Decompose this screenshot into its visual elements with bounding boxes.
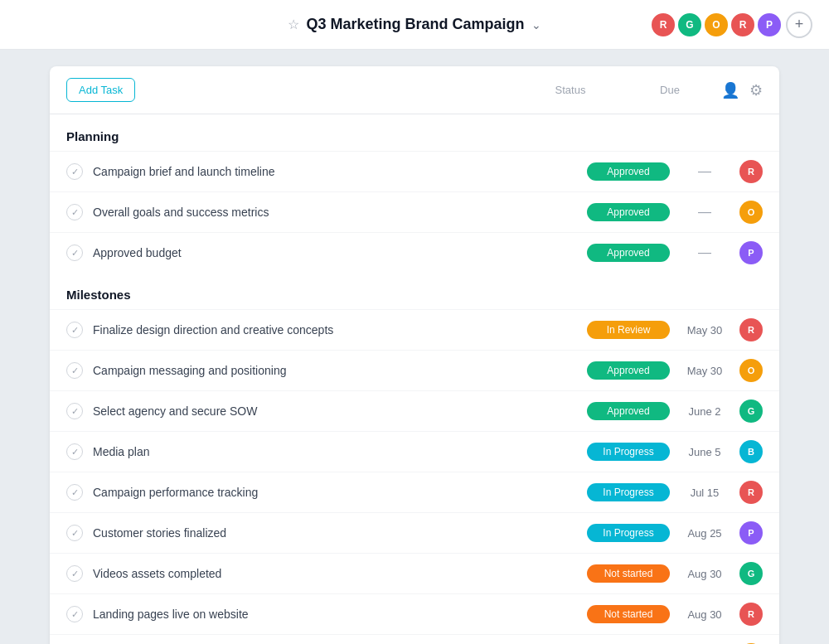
- section-header-planning: Planning: [50, 114, 779, 151]
- avatar: O: [739, 359, 763, 382]
- avatar: G: [739, 562, 763, 585]
- due-date: June 2: [680, 405, 730, 418]
- status-badge[interactable]: In Review: [587, 321, 670, 339]
- task-check-icon[interactable]: ✓: [66, 565, 83, 582]
- task-check-icon[interactable]: ✓: [66, 403, 83, 419]
- table-row[interactable]: ✓Overall goals and success metricsApprov…: [50, 191, 779, 232]
- avatar: P: [756, 12, 783, 38]
- table-row[interactable]: ✓Approved budgetApproved—P: [50, 232, 779, 273]
- due-date: June 5: [680, 446, 730, 458]
- task-name: Select agency and secure SOW: [93, 404, 577, 418]
- add-task-button[interactable]: Add Task: [66, 78, 135, 102]
- task-name: Landing pages live on website: [93, 608, 577, 621]
- section-title-planning: Planning: [66, 129, 119, 143]
- avatar: R: [730, 12, 756, 38]
- add-member-button[interactable]: +: [786, 12, 812, 38]
- toolbar-icons: 👤 ⚙: [721, 81, 763, 99]
- status-badge[interactable]: Not started: [587, 605, 670, 623]
- page-title: Q3 Marketing Brand Campaign: [306, 16, 524, 33]
- avatars-area: RGORP+: [653, 12, 812, 38]
- due-date: May 30: [680, 365, 730, 377]
- top-header: ☆ Q3 Marketing Brand Campaign ⌄ RGORP+: [0, 0, 829, 50]
- table-row[interactable]: ✓Landing pages live on websiteNot starte…: [50, 593, 779, 634]
- task-name: Customer stories finalized: [93, 526, 577, 540]
- task-name: Campaign brief and launch timeline: [93, 165, 577, 178]
- due-date: —: [680, 245, 730, 260]
- chevron-down-icon[interactable]: ⌄: [531, 18, 541, 31]
- title-area: ☆ Q3 Marketing Brand Campaign ⌄: [288, 16, 541, 33]
- settings-icon[interactable]: ⚙: [749, 81, 763, 99]
- avatar: R: [739, 318, 763, 341]
- table-row[interactable]: ✓Campaign brief and launch timelineAppro…: [50, 151, 779, 191]
- task-name: Videos assets completed: [93, 567, 577, 580]
- toolbar: Add Task Status Due 👤 ⚙: [50, 66, 779, 114]
- status-badge[interactable]: Approved: [587, 244, 670, 262]
- task-name: Campaign messaging and positioning: [93, 364, 577, 377]
- due-date: Aug 25: [680, 527, 730, 540]
- task-name: Approved budget: [93, 246, 577, 259]
- due-date: Jul 15: [680, 487, 730, 499]
- task-check-icon[interactable]: ✓: [66, 443, 83, 460]
- status-badge[interactable]: In Progress: [587, 524, 670, 542]
- due-date: May 30: [680, 324, 730, 337]
- task-check-icon[interactable]: ✓: [66, 322, 83, 338]
- table-row[interactable]: ✓Campaign messaging and positioningAppro…: [50, 350, 779, 390]
- column-headers: Status Due: [529, 84, 695, 96]
- avatar: R: [739, 160, 763, 183]
- avatar: O: [739, 201, 763, 224]
- avatar: B: [739, 440, 763, 463]
- table-row[interactable]: ✓Campaign performance trackingIn Progres…: [50, 472, 779, 512]
- task-check-icon[interactable]: ✓: [66, 606, 83, 622]
- due-date: —: [680, 164, 730, 179]
- table-row[interactable]: ✓Customer stories finalizedIn ProgressAu…: [50, 512, 779, 553]
- section-header-milestones: Milestones: [50, 273, 779, 309]
- task-check-icon[interactable]: ✓: [66, 484, 83, 501]
- task-name: Overall goals and success metrics: [93, 206, 577, 219]
- table-row[interactable]: ✓Campaign launch!Not startedSep 8O: [50, 634, 779, 644]
- table-row[interactable]: ✓Finalize design direction and creative …: [50, 309, 779, 350]
- task-check-icon[interactable]: ✓: [66, 204, 83, 220]
- task-check-icon[interactable]: ✓: [66, 163, 83, 180]
- avatar: G: [739, 399, 763, 423]
- avatar: O: [703, 12, 730, 38]
- status-badge[interactable]: Approved: [587, 402, 670, 420]
- task-name: Media plan: [93, 445, 577, 458]
- table-row[interactable]: ✓Media planIn ProgressJune 5B: [50, 431, 779, 472]
- status-badge[interactable]: Approved: [587, 203, 670, 221]
- due-date: Aug 30: [680, 568, 730, 580]
- table-row[interactable]: ✓Videos assets completedNot startedAug 3…: [50, 553, 779, 593]
- task-name: Campaign performance tracking: [93, 486, 577, 499]
- avatar: R: [739, 481, 763, 504]
- avatar: G: [676, 12, 703, 38]
- due-date: Aug 30: [680, 608, 730, 621]
- task-card: Add Task Status Due 👤 ⚙ Planning✓Campaig…: [50, 66, 779, 644]
- status-badge[interactable]: Approved: [587, 361, 670, 380]
- avatar: R: [650, 12, 676, 38]
- status-badge[interactable]: In Progress: [587, 483, 670, 501]
- table-row[interactable]: ✓Select agency and secure SOWApprovedJun…: [50, 390, 779, 431]
- section-title-milestones: Milestones: [66, 288, 131, 302]
- main-content: Add Task Status Due 👤 ⚙ Planning✓Campaig…: [0, 50, 829, 644]
- task-check-icon[interactable]: ✓: [66, 245, 83, 261]
- sections-container: Planning✓Campaign brief and launch timel…: [50, 114, 779, 644]
- status-badge[interactable]: In Progress: [587, 443, 670, 461]
- due-date: —: [680, 205, 730, 220]
- star-icon[interactable]: ☆: [288, 17, 299, 32]
- status-badge[interactable]: Not started: [587, 564, 670, 583]
- avatar: R: [739, 603, 763, 626]
- task-check-icon[interactable]: ✓: [66, 525, 83, 541]
- due-column-header: Due: [645, 84, 695, 96]
- task-check-icon[interactable]: ✓: [66, 362, 83, 379]
- task-name: Finalize design direction and creative c…: [93, 323, 577, 337]
- avatar: P: [739, 521, 763, 545]
- avatar: P: [739, 241, 763, 264]
- status-badge[interactable]: Approved: [587, 162, 670, 181]
- status-column-header: Status: [529, 84, 612, 96]
- person-icon[interactable]: 👤: [721, 81, 739, 99]
